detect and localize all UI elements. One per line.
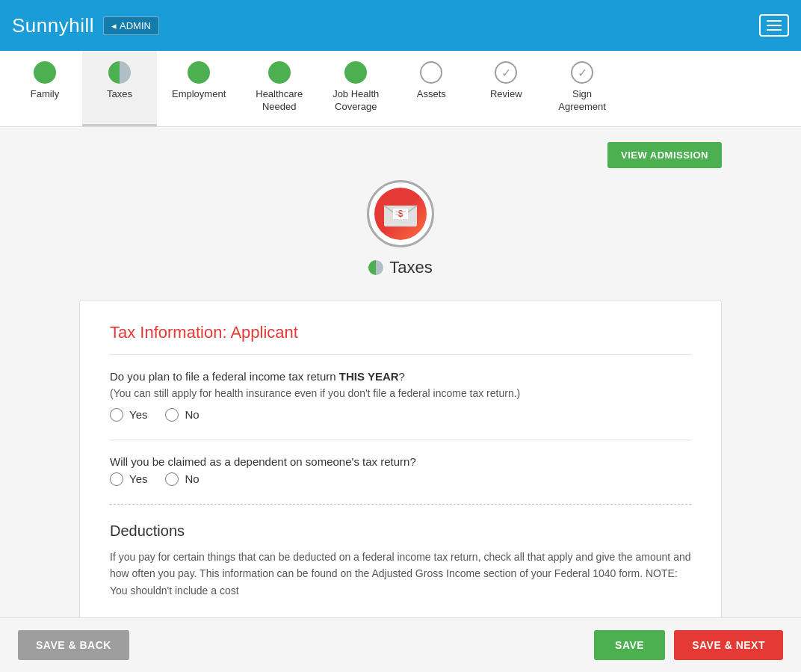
question-1-no-text: No (185, 408, 199, 421)
hamburger-line-3 (767, 29, 782, 31)
hamburger-button[interactable] (759, 14, 789, 37)
save-next-button[interactable]: SAVE & NEXT (674, 630, 783, 660)
hamburger-line-1 (767, 20, 782, 22)
tab-employment-icon (188, 61, 210, 84)
deductions-text: If you pay for certain things that can b… (110, 549, 691, 599)
envelope-svg-icon: $ (383, 200, 418, 228)
tab-sign-agreement-icon: ✓ (571, 61, 593, 84)
question-2-radio-group: Yes No (110, 472, 691, 486)
svg-text:$: $ (398, 209, 403, 219)
tab-healthcare-needed-icon (268, 61, 291, 84)
admin-label: ADMIN (120, 20, 151, 31)
app-title: Sunnyhill (12, 14, 94, 37)
header-left: Sunnyhill ◂ ADMIN (12, 14, 159, 37)
taxes-icon-inner: $ (374, 188, 427, 240)
tab-healthcare-needed-label: HealthcareNeeded (256, 88, 303, 114)
tab-sign-agreement[interactable]: ✓ SignAgreement (543, 51, 621, 126)
form-section: Tax Information: Applicant Do you plan t… (79, 300, 722, 640)
tab-review-icon: ✓ (495, 61, 517, 84)
question-1-yes-text: Yes (129, 408, 147, 421)
question-divider (110, 440, 691, 440)
question-1-yes-label[interactable]: Yes (110, 408, 147, 422)
tab-assets[interactable]: Assets (394, 51, 468, 126)
taxes-header: $ Taxes (79, 180, 722, 277)
nav-tabs: Family Taxes Employment HealthcareNeeded… (0, 51, 801, 127)
tab-review-label: Review (490, 88, 522, 101)
deductions-block: Deductions If you pay for certain things… (110, 523, 691, 599)
tab-job-health-coverage-icon (344, 61, 367, 84)
tab-review[interactable]: ✓ Review (468, 51, 543, 126)
question-2-yes-radio[interactable] (110, 472, 123, 486)
app-header: Sunnyhill ◂ ADMIN (0, 0, 801, 51)
tab-family[interactable]: Family (7, 51, 82, 126)
admin-arrow: ◂ (111, 20, 117, 31)
tab-assets-icon (420, 61, 442, 84)
tab-taxes-icon (108, 61, 131, 84)
tab-family-icon (34, 61, 56, 84)
tab-sign-agreement-label: SignAgreement (558, 88, 606, 114)
question-2-no-radio[interactable] (165, 472, 179, 486)
tab-employment[interactable]: Employment (157, 51, 241, 126)
question-2-yes-text: Yes (129, 472, 147, 485)
tab-job-health-coverage-label: Job HealthCoverage (333, 88, 379, 114)
save-back-button[interactable]: SAVE & BACK (18, 630, 129, 660)
question-1-yes-radio[interactable] (110, 408, 123, 422)
question-2-no-text: No (185, 472, 199, 485)
admin-button[interactable]: ◂ ADMIN (103, 16, 159, 35)
section-divider (110, 354, 691, 355)
tab-taxes-label: Taxes (107, 88, 132, 101)
question-1-no-radio[interactable] (165, 408, 179, 422)
dashed-divider (110, 504, 691, 505)
question-2-no-label[interactable]: No (165, 472, 199, 486)
question-1-note: (You can still apply for health insuranc… (110, 387, 691, 399)
bottom-bar: SAVE & BACK SAVE SAVE & NEXT (0, 617, 801, 672)
tab-assets-label: Assets (417, 88, 446, 101)
deductions-title: Deductions (110, 523, 691, 540)
taxes-title-text: Taxes (389, 258, 432, 277)
tab-job-health-coverage[interactable]: Job HealthCoverage (318, 51, 394, 126)
question-1-radio-group: Yes No (110, 408, 691, 422)
hamburger-line-2 (767, 25, 782, 26)
question-1-no-label[interactable]: No (165, 408, 199, 422)
taxes-half-circle-icon (368, 260, 383, 275)
top-bar: VIEW ADMISSION (79, 142, 722, 168)
question-1-text: Do you plan to file a federal income tax… (110, 370, 691, 383)
taxes-icon-container: $ (367, 180, 434, 247)
question-1-emphasis: THIS YEAR (339, 370, 399, 383)
section-title: Tax Information: Applicant (110, 323, 691, 342)
main-content: VIEW ADMISSION $ Taxes Tax Informati (64, 127, 737, 672)
taxes-title: Taxes (368, 258, 432, 277)
tab-healthcare-needed[interactable]: HealthcareNeeded (241, 51, 318, 126)
question-2-yes-label[interactable]: Yes (110, 472, 147, 486)
view-admission-button[interactable]: VIEW ADMISSION (607, 142, 722, 168)
save-button[interactable]: SAVE (594, 630, 665, 660)
right-buttons: SAVE SAVE & NEXT (594, 630, 783, 660)
question-1-block: Do you plan to file a federal income tax… (110, 370, 691, 422)
tab-employment-label: Employment (172, 88, 226, 101)
question-2-text: Will you be claimed as a dependent on so… (110, 455, 691, 468)
tab-family-label: Family (31, 88, 59, 101)
question-2-block: Will you be claimed as a dependent on so… (110, 455, 691, 486)
tab-taxes[interactable]: Taxes (82, 51, 157, 126)
